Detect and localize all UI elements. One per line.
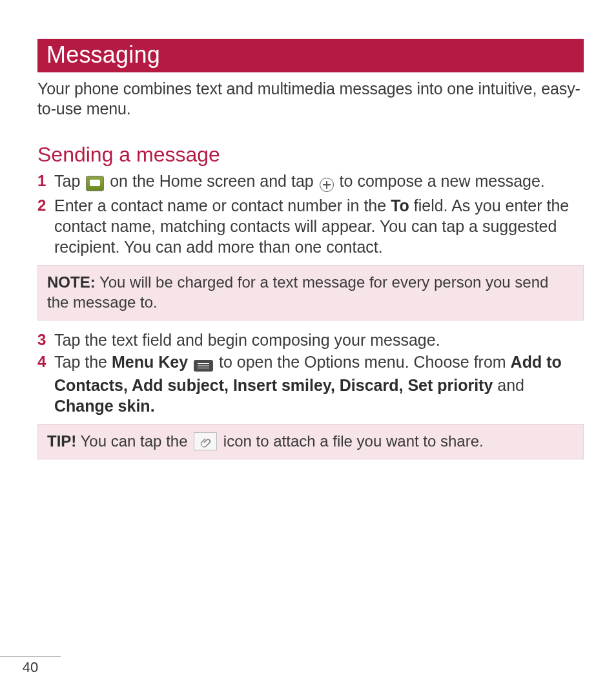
step-number: 2 [37, 195, 53, 216]
step-body: Tap on the Home screen and tap to compos… [54, 171, 584, 194]
step-list-cont: 3 Tap the text field and begin composing… [37, 330, 584, 416]
menu-key-label: Menu Key [112, 353, 188, 371]
step-number: 1 [37, 171, 53, 191]
compose-plus-icon [320, 173, 334, 194]
step-list: 1 Tap on the Home screen and tap to comp… [37, 171, 584, 257]
step-text-pre: Enter a contact name or contact number i… [54, 196, 391, 215]
tip-callout: TIP! You can tap the icon to attach a fi… [37, 424, 584, 459]
step-body: Tap the text field and begin composing y… [54, 330, 584, 350]
menu-last-option: Change skin. [54, 397, 155, 415]
page-number-value: 40 [23, 659, 38, 675]
page-title: Messaging [46, 41, 160, 68]
step-1: 1 Tap on the Home screen and tap to comp… [37, 171, 584, 194]
to-field-label: To [391, 196, 409, 215]
attach-paperclip-icon [194, 432, 217, 450]
step-text-mid: to open the Options menu. Choose from [214, 353, 511, 371]
step-3: 3 Tap the text field and begin composing… [37, 330, 584, 350]
step-text-post: to compose a new message. [335, 172, 545, 190]
step-4: 4 Tap the Menu Key to open the Options m… [37, 352, 584, 416]
step-body: Tap the Menu Key to open the Options men… [54, 352, 584, 416]
step-number: 4 [37, 352, 53, 372]
step-number: 3 [37, 330, 53, 350]
step-body: Enter a contact name or contact number i… [54, 195, 584, 257]
menu-key-icon [194, 354, 213, 375]
tip-label: TIP! [47, 432, 76, 450]
note-text: You will be charged for a text message f… [47, 273, 548, 311]
step-text-pre: Tap the [54, 353, 112, 371]
step-text-pre: Tap [54, 172, 85, 190]
manual-page: Messaging Your phone combines text and m… [0, 0, 616, 694]
step-2: 2 Enter a contact name or contact number… [37, 195, 584, 257]
page-number: 40 [0, 656, 61, 676]
section-heading: Sending a message [37, 143, 584, 167]
page-title-bar: Messaging [37, 39, 584, 72]
intro-paragraph: Your phone combines text and multimedia … [37, 79, 584, 120]
note-label: NOTE: [47, 273, 96, 291]
step-text-mid: on the Home screen and tap [105, 172, 318, 190]
note-callout: NOTE: You will be charged for a text mes… [37, 265, 584, 321]
messaging-app-icon [86, 173, 104, 194]
tip-text-pre: You can tap the [76, 432, 192, 450]
step-text-and: and [493, 376, 524, 394]
tip-text-post: icon to attach a file you want to share. [219, 432, 484, 450]
